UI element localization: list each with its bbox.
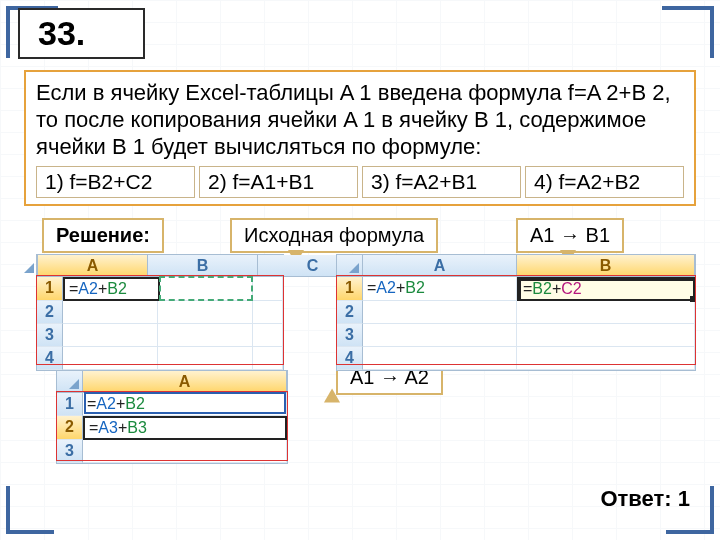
cell (158, 324, 253, 347)
cell-b1: =B2+C2 (517, 277, 695, 301)
col-header-a: A (363, 255, 517, 277)
marquee-icon (159, 276, 254, 301)
row-header-2: 2 (57, 416, 83, 440)
cell (253, 301, 283, 324)
formula-plus: + (118, 419, 127, 436)
row-header-3: 3 (57, 440, 83, 463)
col-header-b: B (517, 255, 695, 277)
option-4: 4) f=A2+B2 (525, 166, 684, 198)
cell (63, 347, 158, 370)
cell-a1: =A2+B2 (83, 393, 287, 416)
cell (63, 301, 158, 324)
cell (517, 347, 695, 370)
cell (363, 301, 517, 324)
question-number: 33. (18, 8, 145, 59)
cell (517, 324, 695, 347)
option-3: 3) f=A2+B1 (362, 166, 521, 198)
formula-eq: = (69, 280, 78, 297)
formula-ref: C2 (561, 280, 581, 297)
formula-plus: + (552, 280, 561, 297)
formula-ref: B2 (405, 279, 425, 296)
select-all-corner (37, 255, 38, 277)
formula-ref-b2: B2 (107, 280, 127, 297)
cell-c1 (253, 277, 283, 301)
cell (253, 347, 283, 370)
row-header-1: 1 (57, 393, 83, 416)
option-1: 1) f=B2+C2 (36, 166, 195, 198)
callout-a1-b1: A1 → B1 (516, 218, 624, 253)
solution-label: Решение: (42, 218, 164, 253)
row-header-2: 2 (337, 301, 363, 324)
cell (83, 440, 287, 463)
excel-sheet-2: A B 1 =A2+B2 =B2+C2 2 3 4 (336, 254, 696, 371)
cell (363, 347, 517, 370)
row-header-4: 4 (37, 347, 63, 370)
question-text: Если в ячейку Excel-таблицы A 1 введена … (36, 80, 684, 160)
formula-plus: + (98, 280, 107, 297)
answer-label: Ответ: 1 (600, 486, 690, 512)
select-all-corner (57, 371, 83, 393)
cell-b1 (160, 277, 254, 301)
row-header-1: 1 (37, 277, 63, 301)
option-2: 2) f=A1+B1 (199, 166, 358, 198)
select-all-corner (337, 255, 363, 277)
row-header-3: 3 (37, 324, 63, 347)
cell (363, 324, 517, 347)
cell (158, 301, 253, 324)
cell (63, 324, 158, 347)
col-header-a: A (83, 371, 287, 393)
formula-ref: A2 (376, 279, 396, 296)
formula-ref: B3 (127, 419, 147, 436)
row-header-3: 3 (337, 324, 363, 347)
formula-eq: = (523, 280, 532, 297)
row-header-4: 4 (337, 347, 363, 370)
formula-ref-a2: A2 (78, 280, 98, 297)
formula-eq: = (87, 395, 96, 412)
cell-a2: =A3+B3 (83, 416, 287, 440)
cell-a1: =A2+B2 (63, 277, 160, 301)
formula-ref: A2 (96, 395, 116, 412)
col-header-a: A (38, 255, 148, 277)
question-box: Если в ячейку Excel-таблицы A 1 введена … (24, 70, 696, 206)
cell (158, 347, 253, 370)
callout-initial-formula: Исходная формула (230, 218, 438, 253)
formula-plus: + (116, 395, 125, 412)
excel-sheet-3: A 1 =A2+B2 2 =A3+B3 3 (56, 370, 288, 464)
formula-plus: + (396, 279, 405, 296)
row-header-2: 2 (37, 301, 63, 324)
col-header-b: B (148, 255, 258, 277)
formula-eq: = (367, 279, 376, 296)
formula-ref: B2 (125, 395, 145, 412)
excel-sheet-1: A B C 1 =A2+B2 2 3 4 (36, 254, 284, 371)
cell (517, 301, 695, 324)
cell (253, 324, 283, 347)
row-header-1: 1 (337, 277, 363, 301)
formula-ref: B2 (532, 280, 552, 297)
options-row: 1) f=B2+C2 2) f=A1+B1 3) f=A2+B1 4) f=A2… (36, 166, 684, 198)
formula-eq: = (89, 419, 98, 436)
cell-a1: =A2+B2 (363, 277, 517, 301)
formula-ref: A3 (98, 419, 118, 436)
